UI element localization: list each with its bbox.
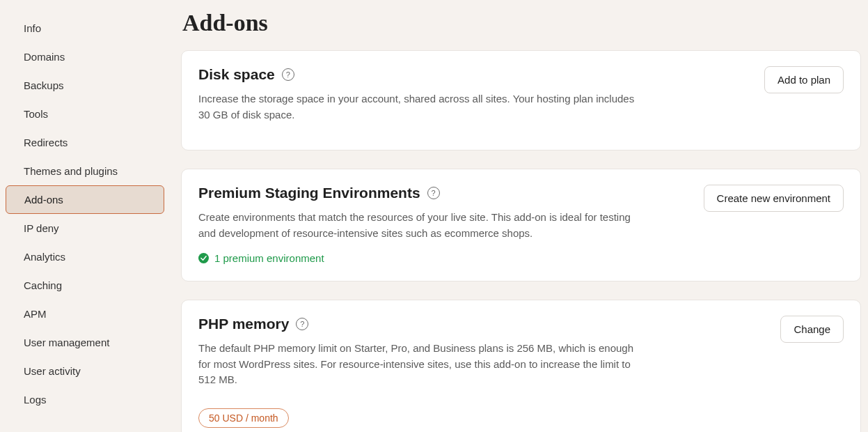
sidebar-item-user-activity[interactable]: User activity — [6, 357, 164, 385]
help-icon[interactable]: ? — [282, 68, 294, 81]
check-circle-icon — [198, 253, 209, 263]
sidebar-item-themes-plugins[interactable]: Themes and plugins — [6, 157, 164, 185]
change-button[interactable]: Change — [780, 316, 844, 343]
sidebar-item-analytics[interactable]: Analytics — [6, 242, 164, 271]
sidebar-item-backups[interactable]: Backups — [6, 71, 164, 100]
card-php-memory: PHP memory ? The default PHP memory limi… — [181, 300, 861, 432]
sidebar: Info Domains Backups Tools Redirects The… — [0, 0, 173, 432]
help-icon[interactable]: ? — [427, 187, 440, 199]
main-content: Add-ons Disk space ? Increase the storag… — [173, 0, 868, 432]
card-desc-staging: Create environments that match the resou… — [198, 210, 644, 241]
card-title-staging: Premium Staging Environments — [198, 185, 420, 201]
card-desc-php-memory: The default PHP memory limit on Starter,… — [198, 341, 644, 388]
sidebar-item-caching[interactable]: Caching — [6, 271, 164, 300]
sidebar-item-user-management[interactable]: User management — [6, 328, 164, 357]
sidebar-item-info[interactable]: Info — [6, 14, 164, 43]
help-icon[interactable]: ? — [296, 318, 308, 330]
sidebar-item-apm[interactable]: APM — [6, 300, 164, 328]
sidebar-item-ip-deny[interactable]: IP deny — [6, 214, 164, 242]
create-environment-button[interactable]: Create new environment — [704, 185, 844, 212]
sidebar-item-logs[interactable]: Logs — [6, 385, 164, 414]
sidebar-item-add-ons[interactable]: Add-ons — [6, 185, 164, 214]
staging-status: 1 premium environment — [198, 252, 644, 264]
card-title-disk-space: Disk space — [198, 66, 275, 83]
sidebar-item-domains[interactable]: Domains — [6, 43, 164, 71]
card-title-php-memory: PHP memory — [198, 316, 289, 332]
page-title: Add-ons — [182, 10, 861, 36]
sidebar-item-redirects[interactable]: Redirects — [6, 128, 164, 157]
card-desc-disk-space: Increase the storage space in your accou… — [198, 91, 644, 123]
staging-status-text: 1 premium environment — [214, 252, 324, 264]
sidebar-item-tools[interactable]: Tools — [6, 100, 164, 128]
card-staging: Premium Staging Environments ? Create en… — [181, 169, 861, 281]
card-disk-space: Disk space ? Increase the storage space … — [181, 50, 861, 151]
add-to-plan-button[interactable]: Add to plan — [764, 66, 844, 93]
php-memory-price: 50 USD / month — [198, 408, 289, 428]
